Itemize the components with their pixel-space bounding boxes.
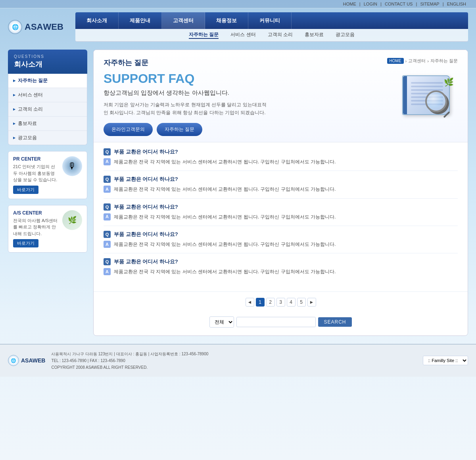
breadcrumb-home: HOME xyxy=(387,58,404,64)
pagination-page-3[interactable]: 3 xyxy=(276,298,285,307)
nav-item-products[interactable]: 제품안내 xyxy=(119,12,162,29)
footer-address: 사용목적시 가나구 다라동 123번지 | 대표이사 : 홍길동 | 사업자등록… xyxy=(51,351,208,357)
faq-item-4: Q 부품 교환은 어디서 하나요? A 제품교환은 전국 각 지역에 있는 서비… xyxy=(104,231,458,253)
family-site-select[interactable]: :: Familly Site :: xyxy=(423,356,468,365)
nav-link-community[interactable]: 커뮤니티 xyxy=(248,12,292,29)
footer-copyright: COPYRIGHT 2008 ASAWEB ALL RIGHT RESERVED… xyxy=(51,364,208,371)
faq-banner-title: SUPPORT FAQ xyxy=(104,71,270,86)
topbar-sitemap[interactable]: SITEMAP xyxy=(420,2,439,6)
site-logo[interactable]: 🌐 ASAWEB xyxy=(8,20,63,34)
subnav-voice[interactable]: 고객의 소리 xyxy=(268,31,293,39)
faq-q-text-1: 부품 교환은 어디서 하나요? xyxy=(114,148,178,155)
faq-item-5: Q 부품 교환은 어디서 하나요? A 제품교환은 전국 각 지역에 있는 서비… xyxy=(104,258,458,280)
faq-banner-text: SUPPORT FAQ 항상고객님의 입장에서 생각하는 아사웹입니다. 저희 … xyxy=(104,71,270,136)
faq-q-text-5: 부품 교환은 어디서 하나요? xyxy=(114,258,178,265)
main-content: 자주하는 질문 HOME › 고객센터 › 자주하는 질문 SUPPORT FA… xyxy=(93,50,468,336)
nav-item-company[interactable]: 회사소개 xyxy=(75,12,119,29)
subnav-pr[interactable]: 홍보자료 xyxy=(305,31,324,39)
sidebar-menu: 자주하는 질문 서비스 센터 고객의 소리 홍보자료 광고모음 xyxy=(8,74,87,145)
topbar-english[interactable]: ENGLISH xyxy=(447,2,466,6)
book-spine xyxy=(403,76,407,114)
sidebar: QUESTIONS 회사소개 자주하는 질문 서비스 센터 고객의 소리 홍보자… xyxy=(8,50,87,336)
nav-link-recruit[interactable]: 채용정보 xyxy=(205,12,248,29)
nav-link-support[interactable]: 고객센터 xyxy=(162,12,205,29)
topbar-contact[interactable]: CONTACT US xyxy=(385,2,413,6)
faq-a-badge-3: A xyxy=(104,213,111,220)
leaf-icon: 🌿 xyxy=(444,77,454,87)
subnav-ad[interactable]: 광고모음 xyxy=(336,31,355,39)
nav-link-products[interactable]: 제품안내 xyxy=(119,12,162,29)
pagination-page-5[interactable]: 5 xyxy=(297,298,306,307)
search-select[interactable]: 전체 xyxy=(209,316,234,328)
topbar-login[interactable]: LOGIN xyxy=(364,2,377,6)
footer-logo: 🌐 ASAWEB xyxy=(8,355,45,366)
content-area: QUESTIONS 회사소개 자주하는 질문 서비스 센터 고객의 소리 홍보자… xyxy=(0,46,476,344)
sidebar-item-ad[interactable]: 광고모음 xyxy=(8,131,87,145)
pagination-page-2[interactable]: 2 xyxy=(266,298,275,307)
faq-a-2: A 제품교환은 전국 각 지역에 있는 서비스 센터에서 교환하시면 됩니다. … xyxy=(104,185,458,193)
pagination-prev[interactable]: ◄ xyxy=(246,298,254,307)
pagination-page-1[interactable]: 1 xyxy=(256,298,265,307)
breadcrumb-path1: 고객센터 xyxy=(408,58,426,64)
faq-q-badge-2: Q xyxy=(104,176,111,183)
faq-a-3: A 제품교환은 전국 각 지역에 있는 서비스 센터에서 교환하시면 됩니다. … xyxy=(104,213,458,221)
pr-center-link[interactable]: 바로가기 xyxy=(13,186,38,194)
footer-left: 🌐 ASAWEB 사용목적시 가나구 다라동 123번지 | 대표이사 : 홍길… xyxy=(8,351,208,371)
footer-right: :: Familly Site :: xyxy=(423,356,468,365)
as-center-link[interactable]: 바로가기 xyxy=(13,239,38,247)
sidebar-item-voice[interactable]: 고객의 소리 xyxy=(8,102,87,117)
search-bar: 전체 SEARCH xyxy=(94,312,468,335)
main-nav-list: 회사소개 제품안내 고객센터 채용정보 커뮤니티 xyxy=(75,12,468,29)
faq-q-5: Q 부품 교환은 어디서 하나요? xyxy=(104,258,458,265)
faq-item-3: Q 부품 교환은 어디서 하나요? A 제품교환은 전국 각 지역에 있는 서비… xyxy=(104,203,458,226)
book-icon xyxy=(402,75,450,115)
subnav-faq[interactable]: 자주하는 질문 xyxy=(189,31,219,39)
footer-logo-text: ASAWEB xyxy=(21,357,45,364)
faq-q-3: Q 부품 교환은 어디서 하나요? xyxy=(104,203,458,211)
search-input[interactable] xyxy=(236,317,316,327)
btn-online-inquiry[interactable]: 온라인고객문의 xyxy=(104,123,153,136)
nav-item-support[interactable]: 고객센터 xyxy=(162,12,205,29)
as-center-image: 🌿 xyxy=(62,210,82,230)
faq-q-badge-3: Q xyxy=(104,203,111,211)
footer-tel: TEL : 123-456-7890 | FAX : 123-456-7890 xyxy=(51,357,208,364)
faq-q-1: Q 부품 교환은 어디서 하나요? xyxy=(104,148,458,155)
faq-a-text-1: 제품교환은 전국 각 지역에 있는 서비스 센터에서 교환하시면 됩니다. 구입… xyxy=(114,158,336,166)
pagination-next[interactable]: ► xyxy=(307,298,316,307)
footer-info: 사용목적시 가나구 다라동 123번지 | 대표이사 : 홍길동 | 사업자등록… xyxy=(51,351,208,371)
topbar-home[interactable]: HOME xyxy=(343,2,356,6)
magnify-handle xyxy=(443,111,450,118)
faq-a-4: A 제품교환은 전국 각 지역에 있는 서비스 센터에서 교환하시면 됩니다. … xyxy=(104,240,458,248)
sidebar-item-service[interactable]: 서비스 센터 xyxy=(8,88,87,102)
sidebar-as-center: 🌿 A/S CENTER 전국의 아사웹 A/S센터를 빠르고 정확하게 안내해… xyxy=(8,205,87,253)
faq-a-badge-1: A xyxy=(104,158,111,165)
sidebar-item-faq[interactable]: 자주하는 질문 xyxy=(8,74,87,88)
faq-banner-image: 🌿 xyxy=(390,71,454,131)
faq-list: Q 부품 교환은 어디서 하나요? A 제품교환은 전국 각 지역에 있는 서비… xyxy=(94,142,468,291)
top-bar: HOME | LOGIN | CONTACT US | SITEMAP | EN… xyxy=(0,0,476,8)
breadcrumb-sep1: › xyxy=(405,59,407,63)
faq-header: 자주하는 질문 HOME › 고객센터 › 자주하는 질문 SUPPORT FA… xyxy=(94,50,468,142)
faq-q-text-3: 부품 교환은 어디서 하나요? xyxy=(114,203,178,211)
faq-q-badge-1: Q xyxy=(104,148,111,155)
pagination-page-4[interactable]: 4 xyxy=(287,298,296,307)
search-button[interactable]: SEARCH xyxy=(318,317,351,327)
sidebar-qs-title: 회사소개 xyxy=(14,59,81,69)
sidebar-questions-header: QUESTIONS 회사소개 xyxy=(8,50,87,74)
nav-item-community[interactable]: 커뮤니티 xyxy=(248,12,292,29)
faq-item-2: Q 부품 교환은 어디서 하나요? A 제품교환은 전국 각 지역에 있는 서비… xyxy=(104,176,458,198)
faq-banner-subtitle: 항상고객님의 입장에서 생각하는 아사웹입니다. xyxy=(104,89,270,97)
faq-q-text-2: 부품 교환은 어디서 하나요? xyxy=(114,176,178,183)
pagination: ◄ 1 2 3 4 5 ► xyxy=(94,291,468,312)
sidebar-item-pr[interactable]: 홍보자료 xyxy=(8,117,87,131)
nav-link-company[interactable]: 회사소개 xyxy=(75,12,119,29)
faq-a-text-2: 제품교환은 전국 각 지역에 있는 서비스 센터에서 교환하시면 됩니다. 구입… xyxy=(114,185,336,193)
faq-buttons: 온라인고객문의 자주하는 질문 xyxy=(104,123,270,136)
nav-item-recruit[interactable]: 채용정보 xyxy=(205,12,248,29)
faq-a-badge-4: A xyxy=(104,241,111,248)
logo-icon: 🌐 xyxy=(8,20,22,34)
subnav-service[interactable]: 서비스 센터 xyxy=(230,31,255,39)
faq-a-1: A 제품교환은 전국 각 지역에 있는 서비스 센터에서 교환하시면 됩니다. … xyxy=(104,158,458,166)
btn-faq[interactable]: 자주하는 질문 xyxy=(157,123,202,136)
faq-banner-desc: 저희 기업은 앞서가는 기술력과 노하우로 현재업계 선두를 달리고 있는대표적… xyxy=(104,101,270,117)
